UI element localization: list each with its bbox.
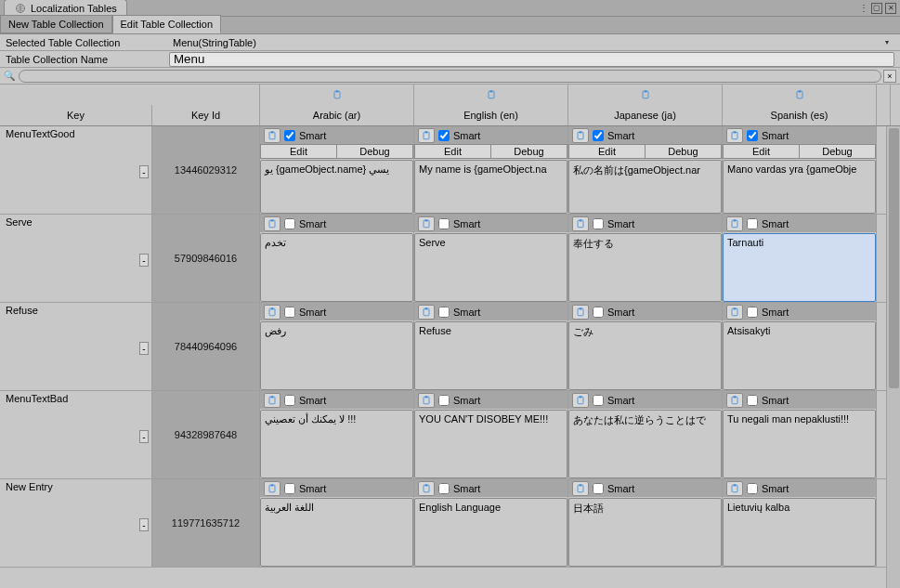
translation-text[interactable]: Refuse <box>414 321 567 390</box>
metadata-button[interactable] <box>726 216 743 231</box>
debug-button[interactable]: Debug <box>337 144 413 159</box>
header-lang-es[interactable]: Spanish (es) <box>723 105 877 125</box>
metadata-button[interactable] <box>264 305 280 320</box>
window-maximize-icon[interactable]: ▢ <box>871 3 882 14</box>
smart-checkbox[interactable] <box>284 395 295 406</box>
smart-checkbox[interactable] <box>284 483 295 494</box>
tab-new-collection[interactable]: New Table Collection <box>0 15 112 33</box>
selected-collection-dropdown[interactable]: Menu(StringTable) ▾ <box>169 35 894 50</box>
metadata-button[interactable] <box>726 393 743 408</box>
translation-text[interactable]: My name is {gameObject.na <box>414 160 567 214</box>
smart-checkbox[interactable] <box>593 130 604 141</box>
remove-entry-button[interactable]: - <box>139 342 149 355</box>
translation-text[interactable]: Atsisakyti <box>723 321 876 390</box>
smart-checkbox[interactable] <box>593 307 604 318</box>
key-cell[interactable]: Refuse- <box>0 303 152 390</box>
translation-text[interactable]: Lietuvių kalba <box>723 498 876 567</box>
remove-entry-button[interactable]: - <box>139 430 149 443</box>
metadata-button[interactable] <box>572 481 589 496</box>
smart-checkbox[interactable] <box>593 395 604 406</box>
translation-text[interactable]: 奉仕する <box>568 233 722 302</box>
metadata-button[interactable] <box>418 393 435 408</box>
translation-text[interactable]: あなたは私に逆らうことはで <box>568 410 722 478</box>
metadata-button[interactable] <box>264 128 280 143</box>
translation-text[interactable]: Mano vardas yra {gameObje <box>723 160 876 214</box>
search-input[interactable] <box>19 70 881 83</box>
metadata-button[interactable] <box>418 305 435 320</box>
translation-text[interactable]: YOU CAN'T DISOBEY ME!!! <box>414 410 567 478</box>
remove-entry-button[interactable]: - <box>139 518 149 531</box>
translation-text[interactable]: Serve <box>414 233 567 302</box>
remove-entry-button[interactable]: - <box>139 254 149 267</box>
translation-text[interactable]: 日本語 <box>568 498 722 567</box>
debug-button[interactable]: Debug <box>800 144 876 159</box>
metadata-button[interactable] <box>572 393 589 408</box>
smart-checkbox[interactable] <box>747 218 758 229</box>
translation-text[interactable]: English Language <box>414 498 567 567</box>
smart-checkbox[interactable] <box>284 130 295 141</box>
metadata-button[interactable] <box>418 128 435 143</box>
header-lang-icon-ar[interactable] <box>260 85 414 105</box>
smart-checkbox[interactable] <box>438 218 450 229</box>
window-close-icon[interactable]: ✕ <box>885 3 896 14</box>
translation-text[interactable]: Tarnauti <box>723 233 876 302</box>
metadata-button[interactable] <box>572 216 589 231</box>
header-lang-icon-ja[interactable] <box>568 85 723 105</box>
translation-text[interactable]: يو {gameObject.name} يسي <box>260 160 413 214</box>
search-clear-button[interactable]: × <box>883 70 896 83</box>
translation-text[interactable]: 私の名前は{gameObject.nar <box>568 160 722 214</box>
smart-checkbox[interactable] <box>747 483 758 494</box>
smart-checkbox[interactable] <box>438 307 450 318</box>
translation-text[interactable]: ごみ <box>568 321 722 390</box>
key-cell[interactable]: MenuTextBad- <box>0 391 152 478</box>
metadata-button[interactable] <box>264 216 280 231</box>
header-key[interactable]: Key <box>0 105 152 125</box>
metadata-button[interactable] <box>418 216 435 231</box>
metadata-button[interactable] <box>726 128 743 143</box>
smart-checkbox[interactable] <box>284 307 295 318</box>
smart-checkbox[interactable] <box>438 395 450 406</box>
key-cell[interactable]: New Entry- <box>0 479 152 567</box>
tab-edit-collection[interactable]: Edit Table Collection <box>112 15 221 33</box>
header-key-merged <box>0 85 260 105</box>
translation-text[interactable]: اللغة العربية <box>260 498 413 567</box>
header-lang-en[interactable]: English (en) <box>414 105 568 125</box>
key-cell[interactable]: MenuTextGood- <box>0 126 152 214</box>
translation-text[interactable]: لا يمكنك أن تعصيني !!! <box>260 410 413 478</box>
header-lang-ja[interactable]: Japanese (ja) <box>568 105 723 125</box>
smart-checkbox[interactable] <box>438 130 450 141</box>
smart-checkbox[interactable] <box>593 218 604 229</box>
smart-checkbox[interactable] <box>747 130 758 141</box>
translation-text[interactable]: رفض <box>260 321 413 390</box>
smart-checkbox[interactable] <box>438 483 450 494</box>
key-cell[interactable]: Serve- <box>0 215 152 302</box>
debug-button[interactable]: Debug <box>646 144 722 159</box>
header-lang-icon-es[interactable] <box>723 85 877 105</box>
debug-button[interactable]: Debug <box>491 144 567 159</box>
metadata-button[interactable] <box>264 393 280 408</box>
header-lang-ar[interactable]: Arabic (ar) <box>260 105 414 125</box>
smart-checkbox[interactable] <box>284 218 295 229</box>
remove-entry-button[interactable]: - <box>139 165 149 178</box>
smart-checkbox[interactable] <box>747 395 758 406</box>
edit-button[interactable]: Edit <box>414 144 491 159</box>
metadata-button[interactable] <box>418 481 435 496</box>
edit-button[interactable]: Edit <box>260 144 337 159</box>
metadata-button[interactable] <box>726 481 743 496</box>
translation-text[interactable]: Tu negali man nepaklusti!!! <box>723 410 876 478</box>
window-menu-icon[interactable]: ⋮ <box>859 3 868 13</box>
metadata-button[interactable] <box>264 481 280 496</box>
header-key-id[interactable]: Key Id <box>152 105 260 125</box>
vertical-scrollbar[interactable] <box>886 126 900 588</box>
header-lang-icon-en[interactable] <box>414 85 568 105</box>
edit-button[interactable]: Edit <box>568 144 646 159</box>
smart-checkbox[interactable] <box>593 483 604 494</box>
metadata-button[interactable] <box>572 305 589 320</box>
collection-name-input[interactable] <box>169 52 894 67</box>
smart-checkbox[interactable] <box>747 307 758 318</box>
metadata-button[interactable] <box>572 128 589 143</box>
edit-button[interactable]: Edit <box>723 144 800 159</box>
metadata-button[interactable] <box>726 305 743 320</box>
scrollbar-thumb[interactable] <box>889 128 899 388</box>
translation-text[interactable]: تخدم <box>260 233 413 302</box>
